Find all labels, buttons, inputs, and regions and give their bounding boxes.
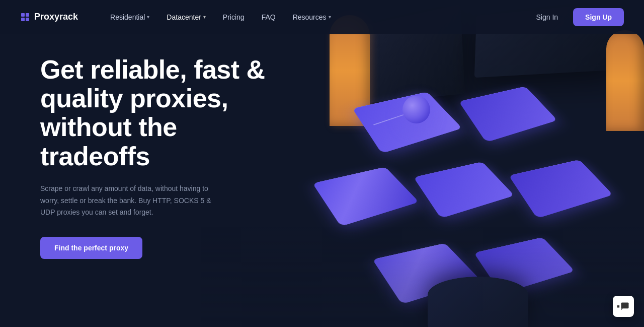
nav-faq[interactable]: FAQ (255, 9, 283, 25)
brand-name: Proxyrack (34, 12, 78, 22)
svg-rect-0 (21, 13, 25, 17)
sign-up-button[interactable]: Sign Up (573, 8, 624, 26)
tile-2 (459, 86, 557, 142)
chat-widget[interactable] (613, 296, 634, 317)
nav-links: Residential ▾ Datacenter ▾ Pricing FAQ R… (103, 9, 529, 25)
chevron-down-icon: ▾ (147, 14, 149, 20)
chevron-down-icon: ▾ (203, 14, 206, 20)
sphere-decoration (403, 96, 430, 123)
hero-subtitle: Scrape or crawl any amount of data, with… (40, 183, 221, 219)
tile-5 (509, 160, 613, 219)
chat-icon (620, 301, 630, 311)
cta-button[interactable]: Find the perfect proxy (40, 237, 142, 259)
svg-rect-3 (26, 18, 29, 21)
nav-datacenter[interactable]: Datacenter ▾ (159, 9, 212, 25)
hero-title: Get reliable, fast & quality proxies, wi… (40, 55, 292, 171)
logo[interactable]: Proxyrack (20, 12, 78, 22)
tile-3 (312, 167, 419, 226)
sign-in-button[interactable]: Sign In (529, 9, 566, 25)
chevron-down-icon: ▾ (329, 14, 331, 20)
svg-rect-1 (26, 13, 29, 17)
nav-resources[interactable]: Resources ▾ (286, 9, 338, 25)
tile-4 (414, 162, 515, 218)
nav-residential[interactable]: Residential ▾ (103, 9, 156, 25)
hero-content: Get reliable, fast & quality proxies, wi… (40, 55, 292, 259)
nav-pricing[interactable]: Pricing (216, 9, 252, 25)
svg-rect-4 (621, 303, 629, 309)
logo-icon (20, 12, 30, 22)
svg-rect-2 (21, 18, 25, 21)
3d-scene (252, 0, 644, 327)
nav-actions: Sign In Sign Up (529, 8, 624, 26)
navigation: Proxyrack Residential ▾ Datacenter ▾ Pri… (0, 0, 644, 34)
